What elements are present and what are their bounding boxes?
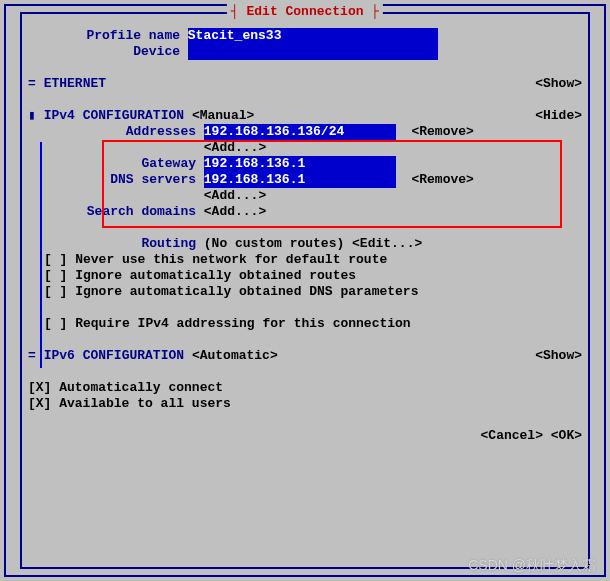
dialog-frame: ┤ Edit Connection ├ Profile name Stacit_… (4, 4, 606, 577)
ethernet-marker: = (28, 76, 36, 92)
profile-name-input[interactable]: Stacit_ens33 (188, 28, 438, 44)
cb-default-route[interactable]: [ ] Never use this network for default r… (44, 252, 387, 268)
search-label: Search domains (28, 204, 196, 220)
dialog-inner: ┤ Edit Connection ├ Profile name Stacit_… (20, 12, 590, 569)
ipv4-indent-bar (40, 142, 42, 368)
ipv4-mode[interactable]: <Manual> (192, 108, 254, 124)
ipv6-label: IPv6 CONFIGURATION (44, 348, 184, 364)
dns-remove[interactable]: <Remove> (411, 172, 473, 188)
profile-name-label: Profile name (28, 28, 180, 44)
dns-input[interactable]: 192.168.136.1 (204, 172, 396, 188)
device-input[interactable] (188, 44, 438, 60)
dns-label: DNS servers (28, 172, 196, 188)
routing-edit[interactable]: <Edit...> (352, 236, 422, 252)
cb-auto-connect[interactable]: [X] Automatically connect (28, 380, 223, 396)
ipv6-marker: = (28, 348, 36, 364)
addresses-remove[interactable]: <Remove> (411, 124, 473, 140)
watermark: CSDN @秋叶梦入霜 (468, 557, 596, 575)
dns-add[interactable]: <Add...> (204, 188, 266, 204)
cb-avail-all[interactable]: [X] Available to all users (28, 396, 231, 412)
addresses-input[interactable]: 192.168.136.136/24 (204, 124, 396, 140)
ethernet-show[interactable]: <Show> (535, 76, 582, 92)
cb-ignore-dns[interactable]: [ ] Ignore automatically obtained DNS pa… (44, 284, 418, 300)
routing-label: Routing (28, 236, 196, 252)
cb-require-ipv4[interactable]: [ ] Require IPv4 addressing for this con… (44, 316, 411, 332)
cb-ignore-routes[interactable]: [ ] Ignore automatically obtained routes (44, 268, 356, 284)
gateway-input[interactable]: 192.168.136.1 (204, 156, 396, 172)
search-add[interactable]: <Add...> (204, 204, 266, 220)
ethernet-label: ETHERNET (44, 76, 106, 92)
ok-button[interactable]: <OK> (551, 428, 582, 444)
ipv6-mode[interactable]: <Automatic> (192, 348, 278, 364)
device-label: Device (28, 44, 180, 60)
ipv4-bullet: ▮ (28, 108, 36, 124)
gateway-label: Gateway (28, 156, 196, 172)
dialog-title: ┤ Edit Connection ├ (227, 4, 383, 19)
ipv6-show[interactable]: <Show> (535, 348, 582, 364)
routing-value: (No custom routes) (204, 236, 344, 252)
ipv4-hide[interactable]: <Hide> (535, 108, 582, 124)
dialog-content: Profile name Stacit_ens33 Device = ETHER… (22, 14, 588, 458)
addresses-add[interactable]: <Add...> (204, 140, 266, 156)
cancel-button[interactable]: <Cancel> (481, 428, 543, 444)
ipv4-label: IPv4 CONFIGURATION (44, 108, 184, 124)
addresses-label: Addresses (28, 124, 196, 140)
